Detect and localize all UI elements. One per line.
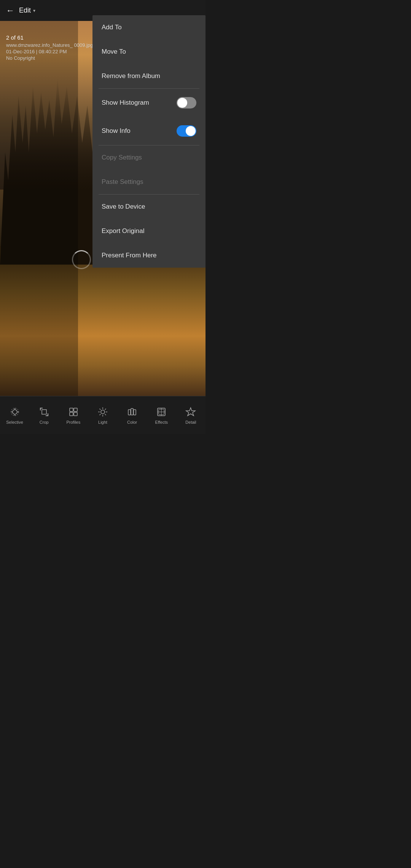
menu-item-label-copy-settings: Copy Settings — [102, 154, 142, 161]
profiles-label: Profiles — [67, 420, 81, 424]
svg-point-0 — [13, 410, 17, 414]
edit-title-container[interactable]: Edit ▾ — [19, 6, 35, 14]
image-counter: 2 of 61 — [6, 34, 93, 41]
nav-item-effects[interactable]: Effects — [150, 406, 173, 424]
svg-line-20 — [99, 414, 100, 415]
menu-item-export-original[interactable]: Export Original — [92, 219, 206, 243]
svg-rect-10 — [70, 412, 73, 416]
menu-item-save-to-device[interactable]: Save to Device — [92, 195, 206, 219]
svg-rect-7 — [42, 410, 46, 414]
toggle-show-info[interactable] — [177, 125, 196, 137]
light-label: Light — [98, 420, 107, 424]
light-icon — [97, 406, 108, 418]
back-button[interactable]: ← — [6, 6, 14, 16]
image-filename: www.dmzwarez.info_Natures_ 0009.jpg — [6, 42, 93, 48]
selective-icon — [9, 406, 21, 418]
svg-line-19 — [105, 408, 106, 410]
crop-icon — [38, 406, 50, 418]
color-label: Color — [127, 420, 137, 424]
menu-item-show-histogram[interactable]: Show Histogram — [92, 89, 206, 117]
menu-item-present-from-here[interactable]: Present From Here — [92, 243, 206, 268]
menu-item-label-remove-from-album: Remove from Album — [102, 72, 160, 80]
svg-rect-21 — [128, 410, 131, 415]
menu-item-show-info[interactable]: Show Info — [92, 117, 206, 145]
loading-spinner — [72, 250, 91, 269]
toggle-show-histogram[interactable] — [177, 97, 196, 108]
svg-rect-23 — [134, 410, 136, 415]
detail-label: Detail — [185, 420, 196, 424]
svg-rect-8 — [70, 408, 73, 412]
profiles-icon — [68, 406, 79, 418]
effects-icon — [156, 406, 167, 418]
chevron-down-icon: ▾ — [33, 8, 35, 13]
menu-item-label-show-histogram: Show Histogram — [102, 99, 149, 107]
svg-rect-11 — [74, 412, 77, 416]
toggle-knob-show-histogram — [177, 98, 187, 108]
menu-item-label-show-info: Show Info — [102, 127, 131, 135]
nav-item-color[interactable]: Color — [121, 406, 143, 424]
nav-item-profiles[interactable]: Profiles — [62, 406, 85, 424]
menu-item-label-present-from-here: Present From Here — [102, 252, 157, 259]
detail-icon — [185, 406, 196, 418]
menu-item-label-move-to: Move To — [102, 48, 126, 56]
menu-item-label-add-to: Add To — [102, 24, 122, 31]
svg-point-12 — [101, 410, 105, 414]
menu-item-label-save-to-device: Save to Device — [102, 203, 145, 211]
svg-rect-22 — [131, 408, 133, 415]
effects-label: Effects — [155, 420, 168, 424]
svg-marker-28 — [186, 408, 195, 416]
nav-item-selective[interactable]: Selective — [3, 406, 26, 424]
svg-rect-9 — [74, 408, 77, 412]
menu-item-copy-settings: Copy Settings — [92, 145, 206, 170]
menu-item-add-to[interactable]: Add To — [92, 15, 206, 40]
left-overlay — [0, 21, 78, 396]
image-date: 01-Dec-2016 | 08:40:22 PM — [6, 49, 93, 54]
menu-item-label-paste-settings: Paste Settings — [102, 178, 143, 186]
menu-item-paste-settings: Paste Settings — [92, 170, 206, 194]
dropdown-menu: Add ToMove ToRemove from AlbumShow Histo… — [92, 15, 206, 268]
toggle-knob-show-info — [186, 126, 196, 136]
svg-line-17 — [99, 408, 100, 410]
menu-item-label-export-original: Export Original — [102, 227, 144, 235]
selective-label: Selective — [6, 420, 23, 424]
image-copyright: No Copyright — [6, 55, 93, 61]
menu-item-remove-from-album[interactable]: Remove from Album — [92, 64, 206, 88]
edit-label: Edit — [19, 6, 31, 14]
nav-item-light[interactable]: Light — [91, 406, 114, 424]
menu-item-move-to[interactable]: Move To — [92, 40, 206, 64]
color-icon — [126, 406, 138, 418]
bottom-navigation: Selective Crop Profiles — [0, 396, 206, 434]
nav-item-detail[interactable]: Detail — [179, 406, 202, 424]
image-info-panel: 2 of 61 www.dmzwarez.info_Natures_ 0009.… — [6, 34, 93, 61]
crop-label: Crop — [40, 420, 49, 424]
nav-item-crop[interactable]: Crop — [33, 406, 56, 424]
svg-line-18 — [105, 414, 106, 415]
